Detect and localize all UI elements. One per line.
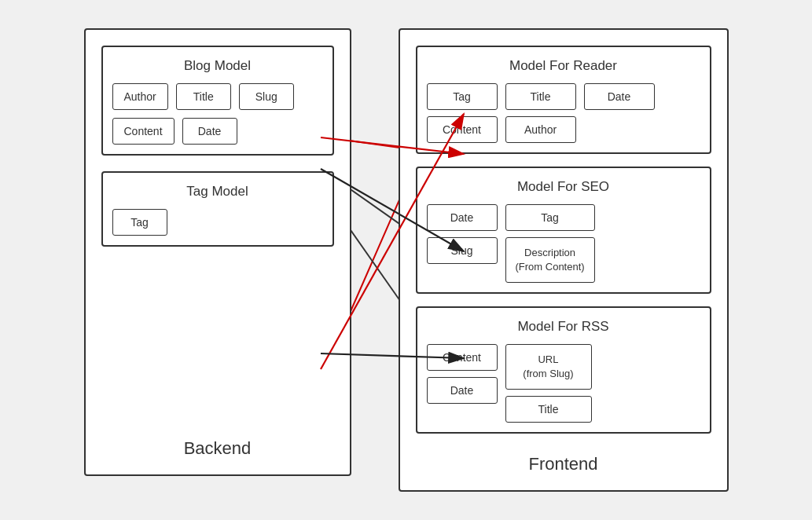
rss-col2: URL (from Slug) Title: [505, 344, 592, 423]
reader-col1: Tag Content: [427, 83, 498, 143]
rss-field-title: Title: [505, 396, 592, 423]
rss-field-date: Date: [427, 377, 498, 404]
reader-fields: Tag Content Title Author Date: [427, 83, 700, 143]
seo-col1: Date Slug: [427, 204, 498, 283]
backend-label: Backend: [101, 430, 334, 459]
reader-field-author: Author: [505, 116, 576, 143]
seo-field-slug: Slug: [427, 237, 498, 264]
seo-field-tag: Tag: [505, 204, 595, 231]
frontend-panel: Model For Reader Tag Content Title Autho…: [399, 28, 729, 493]
reader-field-content: Content: [427, 116, 498, 143]
reader-field-tag: Tag: [427, 83, 498, 110]
reader-model-box: Model For Reader Tag Content Title Autho…: [416, 46, 711, 154]
rss-fields: Content Date URL (from Slug) Title: [427, 344, 700, 423]
field-tag-tag: Tag: [112, 209, 167, 236]
blog-model-title: Blog Model: [112, 58, 323, 74]
panels-wrapper: Blog Model Author Title Slug Content Dat…: [84, 28, 729, 493]
rss-model-title: Model For RSS: [427, 319, 700, 335]
tag-model-box: Tag Model Tag: [101, 171, 334, 247]
seo-model-box: Model For SEO Date Slug Tag Description …: [416, 167, 711, 294]
reader-field-title: Title: [505, 83, 576, 110]
reader-col2: Title Author: [505, 83, 576, 143]
reader-model-title: Model For Reader: [427, 58, 700, 74]
tag-fields-grid: Tag: [112, 209, 323, 236]
backend-panel: Blog Model Author Title Slug Content Dat…: [84, 28, 351, 476]
field-blog-title: Title: [176, 83, 231, 110]
blog-model-box: Blog Model Author Title Slug Content Dat…: [101, 46, 334, 156]
tag-model-title: Tag Model: [112, 184, 323, 200]
field-blog-author: Author: [112, 83, 168, 110]
reader-col3: Date: [584, 83, 655, 143]
rss-field-url: URL (from Slug): [505, 344, 592, 390]
rss-field-content: Content: [427, 344, 498, 371]
diagram-container: Blog Model Author Title Slug Content Dat…: [0, 0, 812, 520]
seo-col2: Tag Description (From Content): [505, 204, 595, 283]
seo-model-title: Model For SEO: [427, 179, 700, 195]
seo-field-date: Date: [427, 204, 498, 231]
field-blog-content: Content: [112, 118, 175, 145]
blog-fields-grid: Author Title Slug Content Date: [112, 83, 323, 145]
field-blog-slug: Slug: [239, 83, 294, 110]
rss-col1: Content Date: [427, 344, 498, 423]
reader-field-date: Date: [584, 83, 655, 110]
seo-field-description: Description (From Content): [505, 237, 595, 283]
seo-fields: Date Slug Tag Description (From Content): [427, 204, 700, 283]
frontend-label: Frontend: [416, 446, 711, 474]
rss-model-box: Model For RSS Content Date URL (from Slu…: [416, 306, 711, 434]
field-blog-date: Date: [182, 118, 237, 145]
